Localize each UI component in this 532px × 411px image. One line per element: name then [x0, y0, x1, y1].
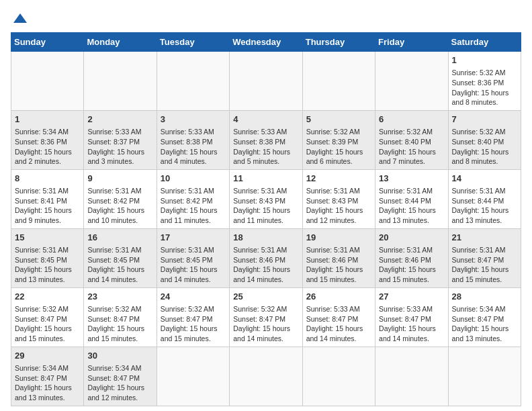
sunrise-text: Sunrise: 5:31 AM — [452, 186, 517, 196]
day-number: 20 — [379, 232, 444, 244]
daylight-text: Daylight: 15 hours and 3 minutes. — [87, 147, 152, 167]
daylight-text: Daylight: 15 hours and 15 minutes. — [161, 324, 226, 343]
sunset-text: Sunset: 8:47 PM — [87, 373, 152, 383]
sunset-text: Sunset: 8:38 PM — [161, 137, 226, 147]
daylight-text: Daylight: 15 hours and 8 minutes. — [452, 88, 517, 107]
calendar-cell — [375, 52, 448, 111]
sunrise-text: Sunrise: 5:32 AM — [15, 304, 80, 314]
sunrise-text: Sunrise: 5:31 AM — [161, 186, 226, 196]
calendar-cell: 30Sunrise: 5:34 AMSunset: 8:47 PMDayligh… — [84, 347, 157, 406]
calendar-cell — [230, 52, 302, 111]
sunset-text: Sunset: 8:39 PM — [306, 137, 371, 147]
sunset-text: Sunset: 8:47 PM — [15, 314, 80, 324]
day-number: 27 — [379, 291, 444, 303]
calendar-cell — [448, 347, 521, 406]
daylight-text: Daylight: 15 hours and 14 minutes. — [233, 324, 298, 343]
calendar-cell — [157, 52, 229, 111]
day-header-friday: Friday — [375, 33, 448, 52]
sunrise-text: Sunrise: 5:32 AM — [87, 304, 152, 314]
sunset-text: Sunset: 8:47 PM — [306, 314, 371, 324]
daylight-text: Daylight: 15 hours and 13 minutes. — [15, 265, 80, 284]
sunset-text: Sunset: 8:40 PM — [452, 137, 517, 147]
sunrise-text: Sunrise: 5:33 AM — [379, 304, 444, 314]
sunset-text: Sunset: 8:46 PM — [233, 255, 298, 265]
sunset-text: Sunset: 8:47 PM — [452, 255, 517, 265]
calendar-week-row: 29Sunrise: 5:34 AMSunset: 8:47 PMDayligh… — [11, 347, 521, 406]
calendar-cell: 17Sunrise: 5:31 AMSunset: 8:45 PMDayligh… — [157, 228, 229, 287]
daylight-text: Daylight: 15 hours and 15 minutes. — [87, 324, 152, 343]
sunrise-text: Sunrise: 5:32 AM — [379, 127, 444, 137]
day-number: 22 — [15, 291, 80, 303]
day-number: 23 — [87, 291, 152, 303]
day-number: 30 — [87, 350, 152, 362]
daylight-text: Daylight: 15 hours and 15 minutes. — [452, 265, 517, 284]
sunrise-text: Sunrise: 5:31 AM — [233, 186, 298, 196]
daylight-text: Daylight: 15 hours and 6 minutes. — [306, 147, 371, 167]
sunrise-text: Sunrise: 5:32 AM — [161, 304, 226, 314]
sunrise-text: Sunrise: 5:33 AM — [161, 127, 226, 137]
daylight-text: Daylight: 15 hours and 15 minutes. — [379, 265, 444, 284]
sunset-text: Sunset: 8:47 PM — [87, 314, 152, 324]
daylight-text: Daylight: 15 hours and 14 minutes. — [306, 324, 371, 343]
calendar-header-row: SundayMondayTuesdayWednesdayThursdayFrid… — [11, 33, 521, 52]
daylight-text: Daylight: 15 hours and 14 minutes. — [379, 324, 444, 343]
day-number: 14 — [452, 173, 517, 185]
sunset-text: Sunset: 8:45 PM — [87, 255, 152, 265]
calendar-cell: 4Sunrise: 5:33 AMSunset: 8:38 PMDaylight… — [230, 110, 302, 169]
calendar-cell — [302, 52, 375, 111]
sunset-text: Sunset: 8:47 PM — [15, 373, 80, 383]
calendar-cell: 25Sunrise: 5:32 AMSunset: 8:47 PMDayligh… — [230, 287, 302, 347]
calendar-cell: 10Sunrise: 5:31 AMSunset: 8:42 PMDayligh… — [157, 169, 229, 228]
daylight-text: Daylight: 15 hours and 14 minutes. — [161, 265, 226, 284]
calendar-cell: 15Sunrise: 5:31 AMSunset: 8:45 PMDayligh… — [11, 228, 84, 287]
calendar-cell: 6Sunrise: 5:32 AMSunset: 8:40 PMDaylight… — [375, 110, 448, 169]
page-header — [11, 11, 521, 24]
day-header-saturday: Saturday — [448, 33, 521, 52]
daylight-text: Daylight: 15 hours and 11 minutes. — [233, 205, 298, 225]
sunrise-text: Sunrise: 5:31 AM — [161, 245, 226, 255]
daylight-text: Daylight: 15 hours and 10 minutes. — [87, 205, 152, 225]
sunrise-text: Sunrise: 5:31 AM — [306, 186, 371, 196]
daylight-text: Daylight: 15 hours and 12 minutes. — [87, 383, 152, 402]
day-number: 7 — [452, 113, 517, 126]
calendar-cell — [157, 347, 229, 406]
day-number: 2 — [87, 113, 152, 126]
calendar-cell: 14Sunrise: 5:31 AMSunset: 8:44 PMDayligh… — [448, 169, 521, 228]
daylight-text: Daylight: 15 hours and 2 minutes. — [15, 147, 80, 167]
logo-icon — [12, 11, 28, 27]
sunrise-text: Sunrise: 5:32 AM — [306, 127, 371, 137]
calendar-week-row: 1Sunrise: 5:32 AMSunset: 8:36 PMDaylight… — [11, 52, 521, 111]
daylight-text: Daylight: 15 hours and 15 minutes. — [15, 324, 80, 343]
sunrise-text: Sunrise: 5:34 AM — [87, 363, 152, 373]
day-number: 12 — [306, 173, 371, 185]
calendar-table: SundayMondayTuesdayWednesdayThursdayFrid… — [11, 32, 521, 406]
sunset-text: Sunset: 8:40 PM — [379, 137, 444, 147]
calendar-cell: 7Sunrise: 5:32 AMSunset: 8:40 PMDaylight… — [448, 110, 521, 169]
calendar-cell: 11Sunrise: 5:31 AMSunset: 8:43 PMDayligh… — [230, 169, 302, 228]
sunset-text: Sunset: 8:42 PM — [161, 196, 226, 206]
calendar-cell: 5Sunrise: 5:32 AMSunset: 8:39 PMDaylight… — [302, 110, 375, 169]
day-number: 26 — [306, 291, 371, 303]
calendar-cell: 8Sunrise: 5:31 AMSunset: 8:41 PMDaylight… — [11, 169, 84, 228]
sunset-text: Sunset: 8:36 PM — [15, 137, 80, 147]
sunset-text: Sunset: 8:42 PM — [87, 196, 152, 206]
calendar-cell: 1Sunrise: 5:34 AMSunset: 8:36 PMDaylight… — [11, 110, 84, 169]
day-number: 1 — [15, 113, 80, 126]
calendar-week-row: 22Sunrise: 5:32 AMSunset: 8:47 PMDayligh… — [11, 287, 521, 347]
day-number: 16 — [87, 232, 152, 244]
sunrise-text: Sunrise: 5:31 AM — [233, 245, 298, 255]
sunset-text: Sunset: 8:44 PM — [452, 196, 517, 206]
sunset-text: Sunset: 8:45 PM — [15, 255, 80, 265]
logo — [11, 11, 28, 24]
daylight-text: Daylight: 15 hours and 13 minutes. — [452, 324, 517, 343]
sunrise-text: Sunrise: 5:31 AM — [379, 245, 444, 255]
calendar-cell — [375, 347, 448, 406]
calendar-week-row: 1Sunrise: 5:34 AMSunset: 8:36 PMDaylight… — [11, 110, 521, 169]
sunset-text: Sunset: 8:47 PM — [452, 314, 517, 324]
calendar-cell — [230, 347, 302, 406]
day-number: 28 — [452, 291, 517, 303]
day-number: 9 — [87, 173, 152, 185]
day-header-sunday: Sunday — [11, 33, 84, 52]
sunset-text: Sunset: 8:37 PM — [87, 137, 152, 147]
sunrise-text: Sunrise: 5:31 AM — [87, 186, 152, 196]
